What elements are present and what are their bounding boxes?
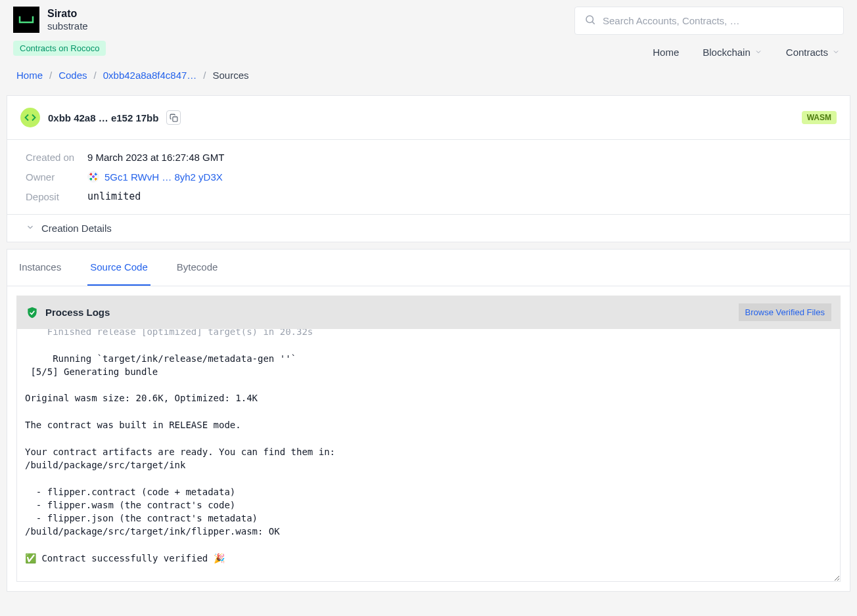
identicon-icon — [87, 171, 99, 183]
meta-deposit-label: Deposit — [26, 191, 78, 202]
search-box[interactable] — [574, 7, 844, 35]
brand[interactable]: Sirato substrate — [13, 7, 106, 33]
log-line: - flipper.contract (code + metadata) — [25, 487, 235, 497]
wasm-badge: WASM — [802, 111, 837, 124]
breadcrumb-sep: / — [203, 70, 206, 81]
log-line: Running `target/ink/release/metadata-gen… — [25, 353, 296, 364]
owner-address: 5Gc1 RWvH … 8yh2 yD3X — [104, 171, 223, 183]
browse-verified-files-button[interactable]: Browse Verified Files — [739, 303, 831, 321]
log-line: ✅ Contract successfully verified 🎉 — [25, 553, 225, 563]
log-line: - flipper.json (the contract's metadata) — [25, 513, 258, 523]
tab-instances[interactable]: Instances — [16, 250, 64, 286]
tabs: Instances Source Code Bytecode — [7, 250, 850, 286]
creation-details-toggle[interactable]: Creation Details — [7, 215, 850, 242]
log-line: Finished release [optimized] target(s) i… — [25, 329, 832, 338]
copy-button[interactable] — [166, 110, 181, 125]
chevron-down-icon — [754, 47, 762, 58]
breadcrumb-sep: / — [94, 70, 97, 81]
log-line: - flipper.wasm (the contract's code) — [25, 500, 235, 510]
log-line: /build/package/src/target/ink/flipper.wa… — [25, 526, 280, 537]
owner-link[interactable]: 5Gc1 RWvH … 8yh2 yD3X — [87, 171, 223, 183]
meta-created: Created on 9 March 2023 at 16:27:48 GMT — [26, 152, 831, 163]
nav-blockchain-label: Blockchain — [703, 47, 751, 58]
breadcrumb: Home / Codes / 0xbb42a8a8f4c847… / Sourc… — [0, 58, 857, 95]
meta-created-value: 9 March 2023 at 16:27:48 GMT — [87, 152, 224, 163]
code-icon — [20, 108, 40, 127]
chevron-down-icon — [832, 47, 840, 58]
log-line: Your contract artifacts are ready. You c… — [25, 447, 335, 457]
process-logs-header: Process Logs Browse Verified Files — [16, 296, 841, 329]
process-logs-title: Process Logs — [45, 307, 110, 318]
breadcrumb-home[interactable]: Home — [16, 70, 43, 81]
nav-blockchain[interactable]: Blockchain — [703, 47, 762, 58]
meta-created-label: Created on — [26, 152, 78, 163]
brand-logo-icon — [13, 7, 39, 33]
nav-contracts-label: Contracts — [786, 47, 828, 58]
main-nav: Home Blockchain Contracts — [653, 47, 844, 58]
brand-subtitle: substrate — [47, 20, 88, 33]
breadcrumb-codes[interactable]: Codes — [58, 70, 87, 81]
code-summary-card: 0xbb 42a8 … e152 17bb WASM Created on 9 … — [7, 95, 850, 242]
svg-line-1 — [592, 22, 594, 24]
nav-contracts[interactable]: Contracts — [786, 47, 840, 58]
meta-deposit: Deposit unlimited — [26, 190, 831, 202]
code-detail-card: Instances Source Code Bytecode Process L… — [7, 249, 850, 592]
search-input[interactable] — [603, 15, 834, 26]
log-line: [5/5] Generating bundle — [25, 366, 158, 377]
breadcrumb-hash[interactable]: 0xbb42a8a8f4c847… — [103, 70, 197, 81]
breadcrumb-sep: / — [49, 70, 52, 81]
breadcrumb-current: Sources — [213, 70, 249, 81]
shield-check-icon — [26, 306, 39, 319]
svg-rect-2 — [173, 116, 177, 121]
log-line: The contract was built in RELEASE mode. — [25, 420, 241, 430]
code-hash: 0xbb 42a8 … e152 17bb — [48, 112, 158, 123]
network-badge[interactable]: Contracts on Rococo — [13, 41, 106, 56]
search-icon — [584, 14, 596, 28]
meta-owner: Owner 5Gc1 RWvH … 8yh2 yD3X — [26, 171, 831, 183]
svg-point-0 — [586, 16, 593, 23]
nav-home[interactable]: Home — [653, 47, 679, 58]
chevron-down-icon — [26, 223, 35, 234]
tab-bytecode[interactable]: Bytecode — [174, 250, 221, 286]
header: Sirato substrate Contracts on Rococo Hom… — [0, 0, 857, 58]
tab-source-code[interactable]: Source Code — [87, 250, 151, 286]
meta-deposit-value: unlimited — [87, 190, 141, 202]
log-line: /build/package/src/target/ink — [25, 460, 185, 470]
brand-title: Sirato — [47, 7, 88, 20]
meta-owner-label: Owner — [26, 171, 78, 183]
log-line: Original wasm size: 20.6K, Optimized: 1.… — [25, 393, 258, 403]
creation-details-label: Creation Details — [41, 223, 112, 234]
process-log-output[interactable]: Finished release [optimized] target(s) i… — [16, 329, 841, 582]
